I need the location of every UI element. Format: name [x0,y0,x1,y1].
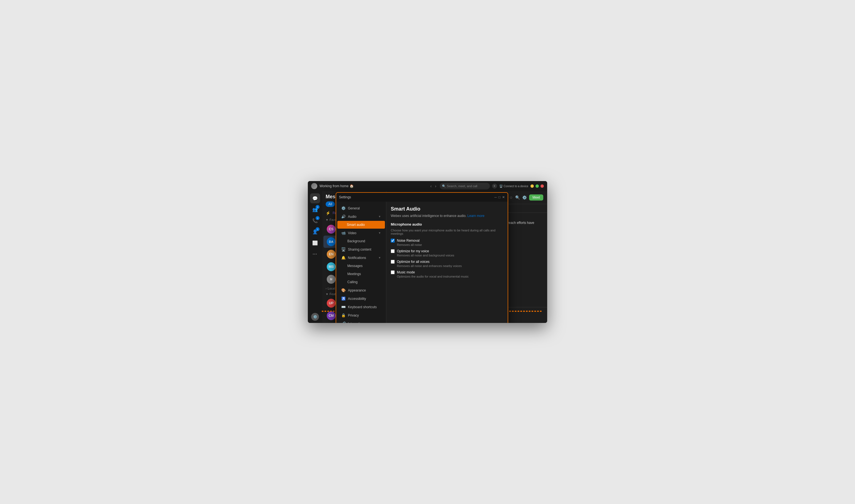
appearance-label: Appearance [348,288,366,292]
settings-nav-meetings-sub[interactable]: Meetings [337,270,385,278]
search-placeholder: Search, meet, and call [447,184,477,188]
settings-nav-notifications[interactable]: 🔔 Notifications ▼ [337,254,385,262]
search-chat-btn[interactable]: 🔍 [515,195,520,200]
marketing-avatar: M [327,275,336,284]
optimize-voice-row: Optimize for my voice [391,249,503,253]
accessibility-icon: ♿ [341,296,346,301]
chat-header-actions: ☆ 🔍 ⚙️ Meet [509,194,543,200]
favorites-chevron: ▼ [326,218,328,221]
connect-device-btn[interactable]: 🖥️ Connect to a device [499,185,528,188]
keyboard-label: Keyboard shortcuts [348,305,377,309]
settings-window: Settings ─ □ ✕ ⚙️ General 🔊 Aud [336,192,508,323]
settings-nav-privacy[interactable]: 🔒 Privacy [337,311,385,319]
general-icon: ⚙️ [341,206,346,210]
nav-messaging[interactable]: 💬 [310,193,320,203]
settings-nav-accessibility[interactable]: ♿ Accessibility [337,294,385,303]
maximize-btn[interactable] [536,184,539,188]
optimize-voice-desc: Removes all noise and background voices [391,254,503,257]
sharing-icon: 🖥️ [341,247,346,251]
meet-btn[interactable]: Meet [529,194,543,200]
optimize-all-desc: Removes all noise and enhances nearby vo… [391,264,503,268]
smart-audio-label: Smart audio [341,223,365,227]
forward-btn[interactable]: › [434,183,437,189]
noise-removal-desc: Removes all noise [391,243,503,247]
settings-nav-keyboard[interactable]: ⌨️ Keyboard shortcuts [337,303,385,311]
settings-nav-messages-sub[interactable]: Messages [337,262,385,270]
integrations-label: Integrations [348,322,365,323]
appearance-icon: 🎨 [341,288,346,292]
nav-more[interactable]: ••• [310,249,320,259]
settings-nav-audio[interactable]: 🔊 Audio ▼ [337,213,385,220]
title-bar-actions: 🖥️ Connect to a device [499,185,528,188]
learn-more-link[interactable]: Learn more [467,214,484,218]
settings-nav-appearance[interactable]: 🎨 Appearance [337,286,385,294]
monitor-icon: 🖥️ [499,185,503,188]
search-bar[interactable]: 🔍 Search, meet, and call [440,183,490,190]
settings-close[interactable]: ✕ [502,195,505,199]
teams-badge: 1 [316,205,319,209]
search-icon: 🔍 [442,184,446,188]
nav-calls[interactable]: 📞 1 [310,216,320,226]
feature-chevron: ▼ [326,293,328,296]
meetings-sub-label: Meetings [347,272,361,276]
background-label: Background [347,239,365,243]
settings-nav-integrations[interactable]: 🔗 Integrations [337,320,385,323]
window-title: Working from home 🏠 [319,184,427,188]
user-avatar [311,183,317,189]
notifications-label: Notifications [348,256,366,260]
back-btn[interactable]: ‹ [429,183,433,189]
video-expand: ▼ [378,231,381,234]
settings-nav-calling[interactable]: Calling [337,278,385,286]
mic-desc: Choose how you want your microphone audi… [391,229,503,235]
nav-settings[interactable]: ⚙️ [311,313,319,321]
calling-label: Calling [347,280,357,284]
emily-avatar: EN [327,250,336,259]
nav-contacts[interactable]: 👤 1 [310,227,320,237]
settings-nav-background[interactable]: Background [337,237,385,245]
sharing-label: Sharing content [348,248,371,251]
local-team-chevron: › [326,287,327,290]
audio-label: Audio [348,215,356,219]
window-controls [530,184,544,188]
favorite-btn[interactable]: ☆ [509,195,513,200]
option-optimize-all: Optimize for all voices Removes all nois… [391,260,503,268]
audio-icon: 🔊 [341,214,346,219]
add-btn[interactable]: + [492,184,497,188]
settings-main: Smart Audio Webex uses artificial intell… [386,202,508,323]
clarissa-avatar: CS [327,225,336,234]
video-label: Video [348,231,356,235]
contacts-badge: 1 [316,227,319,231]
integrations-icon: 🔗 [341,322,346,323]
settings-title-bar: Settings ─ □ ✕ [336,193,508,202]
settings-maximize[interactable]: □ [499,195,501,199]
optimize-voice-checkbox[interactable] [391,249,395,253]
calls-badge: 1 [316,216,319,220]
close-btn[interactable] [541,184,544,188]
music-mode-checkbox[interactable] [391,270,395,274]
music-mode-row: Music mode [391,270,503,274]
settings-nav-video[interactable]: 📹 Video ▼ [337,229,385,237]
connect-label: Connect to a device [504,185,528,188]
smart-audio-desc: Webex uses artificial intelligence to en… [391,214,503,218]
settings-minimize[interactable]: ─ [494,195,497,199]
nav-whiteboard[interactable]: ⬜ [310,238,320,248]
settings-chat-btn[interactable]: ⚙️ [522,195,527,200]
privacy-icon: 🔒 [341,313,346,317]
accessibility-label: Accessibility [348,297,366,301]
optimize-all-checkbox[interactable] [391,260,395,264]
settings-nav-general[interactable]: ⚙️ General [337,204,385,212]
optimize-all-row: Optimize for all voices [391,260,503,264]
option-music-mode: Music mode Optimizes the audio for vocal… [391,270,503,278]
option-noise-removal: Noise Removal Removes all noise [391,239,503,247]
settings-nav-sharing[interactable]: 🖥️ Sharing content [337,245,385,253]
notifications-icon: 🔔 [341,256,346,260]
umar-avatar: UP [327,299,336,308]
keyboard-icon: ⌨️ [341,305,346,309]
minimize-btn[interactable] [530,184,534,188]
nav-teams[interactable]: 👥 1 [310,204,320,214]
lightning-icon: ⚡ [326,211,330,215]
settings-body: ⚙️ General 🔊 Audio ▼ Smart audio 📹 Video [336,202,508,323]
noise-removal-checkbox[interactable] [391,239,395,242]
filter-all[interactable]: All [326,201,335,207]
settings-nav-smart-audio[interactable]: Smart audio [337,221,385,229]
